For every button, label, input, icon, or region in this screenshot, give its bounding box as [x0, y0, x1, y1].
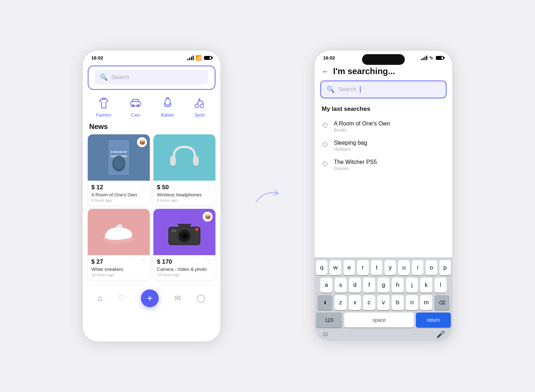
- time-right: 16:02: [323, 55, 335, 61]
- back-button[interactable]: ←: [322, 67, 329, 76]
- num-key[interactable]: 123: [316, 313, 342, 327]
- phone-notch: [362, 54, 405, 65]
- product-card-shoes[interactable]: $ 27 ♡ White sneakers 10 hours ago: [88, 209, 150, 280]
- nav-add-button[interactable]: +: [141, 289, 159, 307]
- emoji-key[interactable]: ☺: [322, 330, 329, 339]
- key-j[interactable]: j: [406, 278, 418, 293]
- search-input-left[interactable]: Search: [111, 74, 129, 81]
- product-card-headphones[interactable]: $ 50 ♡ Wireless headphones 8 hours ago: [153, 134, 215, 205]
- last-searches-title: My last searches: [315, 104, 452, 117]
- heart-camera[interactable]: ♡: [206, 258, 212, 266]
- news-title: News: [83, 120, 220, 134]
- heart-shoes[interactable]: ♡: [141, 258, 146, 266]
- search-name-2: The Witcher PS5: [334, 159, 377, 165]
- status-icons-right: ∿: [421, 55, 444, 61]
- return-key[interactable]: return: [416, 313, 451, 327]
- badge-camera: 📦: [203, 212, 213, 222]
- key-g[interactable]: g: [377, 278, 389, 293]
- keyboard-row-4: 123 space return: [316, 313, 451, 327]
- fashion-icon: [96, 95, 112, 111]
- key-b[interactable]: b: [392, 295, 404, 310]
- wifi-icon: 📶: [195, 55, 202, 61]
- clock-icon-0: ⏲: [322, 121, 329, 129]
- search-bar-right[interactable]: 🔍 Search: [320, 81, 447, 98]
- product-card-book[interactable]: A ROOM OF ONE'S OWN 📦 $ 12 ♡ A Room of O…: [88, 134, 150, 205]
- keyboard-bottom-row: ☺ 🎤: [316, 330, 451, 339]
- category-babies[interactable]: Babies: [159, 95, 176, 118]
- key-c[interactable]: c: [363, 295, 375, 310]
- key-y[interactable]: y: [384, 260, 396, 275]
- svg-rect-13: [170, 156, 176, 166]
- key-i[interactable]: i: [412, 260, 423, 275]
- clock-icon-2: ⏲: [322, 160, 329, 168]
- time-camera: 14 hours ago: [157, 273, 212, 277]
- svg-point-4: [195, 104, 199, 108]
- status-bar-left: 16:02 📶: [83, 51, 220, 63]
- key-m[interactable]: m: [420, 295, 432, 310]
- category-sport[interactable]: Sport: [191, 95, 208, 118]
- nav-profile[interactable]: ◯: [197, 294, 205, 303]
- page-title: I'm searching...: [333, 66, 395, 76]
- svg-point-12: [114, 156, 124, 169]
- nav-home[interactable]: ⌂: [98, 294, 102, 303]
- key-o[interactable]: o: [426, 260, 437, 275]
- search-text-2: The Witcher PS5 Games: [334, 159, 377, 171]
- key-z[interactable]: z: [335, 295, 347, 310]
- key-a[interactable]: a: [320, 278, 332, 293]
- price-headphones: $ 50: [157, 184, 169, 191]
- heart-headphones[interactable]: ♡: [206, 184, 212, 191]
- back-header: ← I'm searching...: [315, 63, 452, 79]
- key-w[interactable]: w: [330, 260, 341, 275]
- product-info-camera: $ 170 ♡ Camera - Video & photo 14 hours …: [153, 255, 215, 280]
- search-item-1[interactable]: ⏲ Sleeping bag Hobbies: [315, 136, 452, 155]
- key-l[interactable]: l: [434, 278, 447, 293]
- category-cars[interactable]: Cars: [127, 95, 144, 118]
- key-f[interactable]: f: [363, 278, 375, 293]
- key-x[interactable]: x: [349, 295, 361, 310]
- search-icon: 🔍: [100, 73, 108, 81]
- key-p[interactable]: p: [439, 260, 451, 275]
- mic-key[interactable]: 🎤: [436, 330, 445, 339]
- space-key[interactable]: space: [344, 313, 414, 327]
- key-s[interactable]: s: [335, 278, 347, 293]
- key-t[interactable]: t: [371, 260, 382, 275]
- key-r[interactable]: r: [357, 260, 368, 275]
- key-d[interactable]: d: [349, 278, 361, 293]
- key-u[interactable]: u: [398, 260, 409, 275]
- fashion-label: Fashion: [96, 113, 111, 118]
- nav-mail[interactable]: ✉: [174, 294, 181, 303]
- product-info-shoes: $ 27 ♡ White sneakers 10 hours ago: [88, 255, 150, 280]
- search-wrapper[interactable]: 🔍 Search: [88, 66, 215, 90]
- price-book: $ 12: [91, 184, 103, 191]
- svg-rect-23: [171, 229, 176, 232]
- heart-book[interactable]: ♡: [141, 184, 146, 191]
- delete-key[interactable]: ⌫: [434, 295, 449, 310]
- key-k[interactable]: k: [420, 278, 432, 293]
- product-image-book: A ROOM OF ONE'S OWN 📦: [88, 134, 150, 181]
- key-n[interactable]: n: [406, 295, 418, 310]
- time-shoes: 10 hours ago: [91, 273, 146, 277]
- name-camera: Camera - Video & photo: [157, 267, 212, 272]
- search-item-0[interactable]: ⏲ A Room of One's Own Books: [315, 117, 452, 136]
- transition-arrow: [253, 182, 282, 210]
- search-item-2[interactable]: ⏲ The Witcher PS5 Games: [315, 155, 452, 175]
- key-h[interactable]: h: [392, 278, 404, 293]
- keyboard-row-3: ⬆ z x c v b n m ⌫: [316, 295, 451, 310]
- time-left: 16:02: [91, 55, 103, 61]
- cars-label: Cars: [131, 113, 140, 118]
- shift-key[interactable]: ⬆: [317, 295, 332, 310]
- product-card-camera[interactable]: 📦 $ 170 ♡ Camera - Video & photo 14 hour…: [153, 209, 215, 280]
- key-q[interactable]: q: [316, 260, 327, 275]
- bottom-nav: ⌂ ♡ + ✉ ◯: [83, 285, 220, 314]
- search-placeholder-right[interactable]: Search: [338, 86, 356, 93]
- key-v[interactable]: v: [377, 295, 389, 310]
- battery-right-icon: [436, 56, 444, 60]
- category-fashion[interactable]: Fashion: [96, 95, 112, 118]
- keyboard: q w e r t y u i o p a s d f g h j k l ⬆ …: [315, 257, 452, 341]
- product-info-book: $ 12 ♡ A Room of One's Own 4 hours ago: [88, 181, 150, 205]
- sport-icon: [191, 95, 208, 111]
- key-e[interactable]: e: [343, 260, 355, 275]
- nav-heart[interactable]: ♡: [118, 294, 125, 303]
- svg-point-24: [195, 228, 198, 231]
- search-bar-left[interactable]: 🔍 Search: [95, 70, 208, 85]
